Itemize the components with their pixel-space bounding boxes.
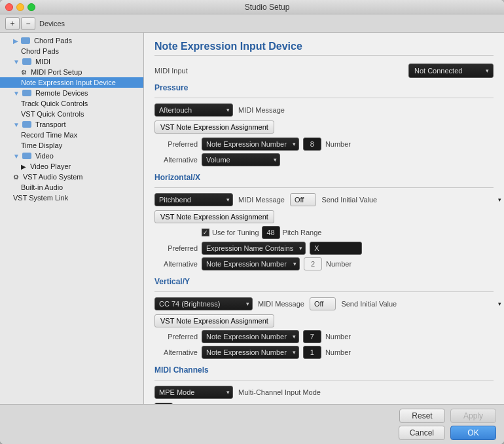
pressure-midi-dropdown[interactable]: Aftertouch [154,103,233,117]
sidebar-label-vst-audio-system: VST Audio System [23,173,83,181]
sidebar-label-builtin-audio: Built-in Audio [21,183,63,191]
horizontal-preferred-label: Preferred [160,244,198,252]
horizontal-alternative-label: Alternative [160,260,198,268]
folder-icon: ▶ [13,37,18,45]
sidebar-item-chord-pads[interactable]: Chord Pads [0,46,143,56]
horizontal-alternative-dropdown[interactable]: Note Expression Number [202,257,300,270]
horizontal-send-initial-dropdown[interactable]: Off [290,193,316,206]
horizontal-preferred-value[interactable]: X [310,242,362,255]
vertical-midi-dropdown[interactable]: CC 74 (Brightness) [154,297,253,310]
vertical-vst-button[interactable]: VST Note Expression Assignment [154,314,274,327]
vertical-alternative-row: Alternative Note Expression Number 1 Num… [154,346,494,359]
sidebar-item-midi-port-setup[interactable]: ⚙ MIDI Port Setup [0,67,143,77]
cancel-button[interactable]: Cancel [399,426,445,440]
footer-row-1: Reset Apply [8,409,496,423]
horizontal-alternative-row: Alternative Note Expression Number 2 Num… [154,257,494,270]
midi-input-dropdown[interactable]: Not Connected [408,64,494,78]
maximize-button[interactable] [27,3,35,11]
sidebar-item-vst-quick-controls[interactable]: VST Quick Controls [0,109,143,119]
horizontal-vst-button[interactable]: VST Note Expression Assignment [154,210,274,223]
vertical-preferred-row: Preferred Note Expression Number 7 Numbe… [154,330,494,343]
sidebar-label-remote-devices: Remote Devices [35,89,88,97]
mpe-mode-row: MPE Mode Multi-Channel Input Mode [154,386,494,399]
sidebar-item-chord-pads-folder[interactable]: ▶ Chord Pads [0,35,143,46]
footer-area: Reset Apply Cancel OK [0,404,504,444]
midi-input-row: MIDI Input Not Connected [154,64,494,78]
pressure-vst-button[interactable]: VST Note Expression Assignment [154,120,274,134]
pitch-range-label: Pitch Range [283,229,322,236]
sidebar-label-chord-pads-folder: Chord Pads [34,37,72,45]
folder-color-icon [21,37,30,44]
mpe-mode-dropdown[interactable]: MPE Mode [154,386,233,399]
remove-button[interactable]: − [21,17,35,30]
pressure-alternative-row: Alternative Volume [154,153,494,166]
midi-input-label: MIDI Input [154,67,188,75]
pressure-header: Pressure [154,83,494,92]
sidebar-item-vst-audio-system[interactable]: ⚙ VST Audio System [0,172,143,182]
vertical-midi-row: CC 74 (Brightness) MIDI Message Off Send… [154,297,494,310]
vertical-preferred-dropdown[interactable]: Note Expression Number [202,330,299,343]
sidebar-item-transport-folder[interactable]: ▼ Transport [0,119,143,130]
folder-icon-midi: ▼ [13,58,20,65]
horizontal-midi-dropdown[interactable]: Pitchbend [154,193,233,206]
sidebar-item-vst-system-link[interactable]: VST System Link [0,193,143,203]
pressure-preferred-number[interactable]: 8 [303,138,321,151]
horizontal-midi-row: Pitchbend MIDI Message Off Send Initial … [154,193,494,206]
sidebar-label-video: Video [35,152,54,160]
horizontal-preferred-dropdown[interactable]: Expression Name Contains [202,242,306,255]
midi-channels-divider [154,380,494,380]
midi-icon: ⚙ [21,69,27,76]
sidebar-item-remote-devices[interactable]: ▼ Remote Devices [0,88,143,98]
traffic-lights [5,3,35,11]
sidebar-item-midi-folder[interactable]: ▼ MIDI [0,56,143,67]
sidebar-label-vst-system-link: VST System Link [13,194,68,202]
pressure-preferred-dropdown[interactable]: Note Expression Number [202,138,299,151]
devices-label: Devices [39,20,65,28]
sidebar-item-video-player[interactable]: ▶ Video Player [0,161,143,172]
vertical-alternative-dropdown[interactable]: Note Expression Number [202,346,299,359]
pressure-alternative-dropdown[interactable]: Volume [202,153,280,166]
sidebar-item-record-time-max[interactable]: Record Time Max [0,130,143,140]
apply-button: Apply [450,409,496,423]
use-for-tuning-label: Use for Tuning [212,229,259,236]
minimize-button[interactable] [16,3,24,11]
horizontal-alternative-suffix: Number [326,260,351,268]
toolbar: + − Devices [0,14,504,33]
vertical-alternative-suffix: Number [325,348,351,356]
pitch-range-number[interactable]: 48 [262,226,280,239]
vertical-alternative-label: Alternative [160,348,198,356]
folder-icon-remote: ▼ [13,90,20,97]
sidebar-label-midi: MIDI [35,58,50,65]
horizontal-preferred-row: Preferred Expression Name Contains X [154,242,494,255]
horizontal-divider [154,187,494,188]
sidebar-item-note-expression[interactable]: Note Expression Input Device [0,77,143,88]
sidebar-label-vst-quick-controls: VST Quick Controls [21,110,84,118]
content-title: Note Expression Input Device [154,41,494,56]
main-content: ▶ Chord Pads Chord Pads ▼ MIDI ⚙ MIDI Po… [0,33,504,404]
folder-color-icon-transport [22,121,31,128]
pressure-preferred-label: Preferred [160,140,198,148]
pressure-vst-row: VST Note Expression Assignment [154,120,494,134]
sidebar-item-video-folder[interactable]: ▼ Video [0,151,143,161]
ok-button[interactable]: OK [450,426,496,440]
content-area: Note Expression Input Device MIDI Input … [144,33,504,404]
folder-icon-transport: ▼ [13,121,20,128]
vertical-alternative-number[interactable]: 1 [303,346,321,359]
sidebar-item-builtin-audio[interactable]: Built-in Audio [0,182,143,193]
pressure-midi-row: Aftertouch MIDI Message [154,103,494,117]
sidebar-item-track-quick-controls[interactable]: Track Quick Controls [0,98,143,109]
vertical-send-initial-dropdown[interactable]: Off [310,297,336,310]
use-for-tuning-checkbox[interactable]: ✓ [202,229,209,236]
vertical-preferred-number[interactable]: 7 [303,330,321,343]
vertical-divider [154,291,494,292]
sidebar-label-chord-pads: Chord Pads [21,47,59,55]
sidebar-item-time-display[interactable]: Time Display [0,140,143,151]
pressure-preferred-suffix: Number [325,140,351,148]
vertical-send-initial-label: Send Initial Value [341,300,397,308]
reset-button[interactable]: Reset [399,409,445,423]
vst-icon: ⚙ [13,174,19,181]
close-button[interactable] [5,3,13,11]
add-button[interactable]: + [5,17,20,30]
midi-channels-header: MIDI Channels [154,365,494,375]
horizontal-alternative-number[interactable]: 2 [304,257,322,270]
